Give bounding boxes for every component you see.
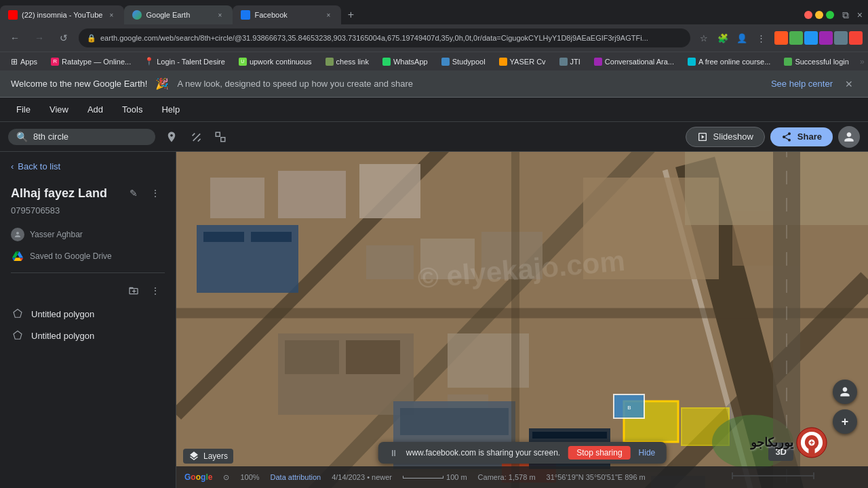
brand-logo-area: يوريكاجو (751, 427, 827, 458)
new-tab-button[interactable]: + (341, 5, 360, 24)
user-avatar[interactable] (838, 126, 860, 148)
layers-button[interactable]: Layers (183, 449, 233, 464)
ext-icon-1[interactable] (774, 31, 788, 45)
g-yellow: o (196, 472, 201, 482)
map-area[interactable]: B (176, 152, 868, 488)
hide-button[interactable]: Hide (639, 448, 656, 458)
ruler-button[interactable] (185, 126, 207, 148)
edit-project-button[interactable]: ✎ (124, 184, 143, 203)
bookmark-studypool[interactable]: Studypool (436, 56, 491, 67)
bookmark-star-icon[interactable]: ☆ (696, 30, 712, 46)
author-name: Yasser Aghbar (30, 230, 83, 239)
bookmark-jti[interactable]: JTI (554, 56, 586, 67)
chess-favicon (326, 58, 334, 66)
url-bar[interactable]: 🔒 earth.google.com/web/search/8th+circle… (79, 28, 690, 47)
bookmark-successful[interactable]: Successful login (778, 56, 854, 67)
profile-icon[interactable]: 👤 (734, 30, 750, 46)
search-box[interactable]: 🔍 (8, 129, 155, 145)
close-window-btn[interactable] (804, 11, 812, 19)
pin-icon (165, 131, 178, 143)
ext-icon-4[interactable] (819, 31, 833, 45)
project-more-button[interactable]: ⋮ (146, 184, 165, 203)
bookmark-yaser[interactable]: YASER Cv (494, 56, 551, 67)
restore-btn[interactable]: ⧉ (842, 9, 849, 21)
forward-button[interactable]: → (30, 28, 49, 47)
bookmark-studypool-label: Studypool (452, 58, 486, 66)
save-to-drive[interactable]: Saved to Google Drive (0, 245, 176, 267)
ext-icon-3[interactable] (804, 31, 818, 45)
welcome-description: A new look, designed to speed up how you… (177, 79, 413, 89)
ext-icon-5[interactable] (834, 31, 848, 45)
bookmark-free-course[interactable]: A free online course... (682, 56, 776, 67)
g-blue: G (184, 472, 191, 482)
tab-youtube[interactable]: (22) insomnia - YouTube × (0, 5, 124, 24)
more-options-btn[interactable]: × (857, 9, 863, 20)
menu-view[interactable]: View (41, 102, 77, 117)
scale-line (403, 476, 443, 479)
tab-facebook[interactable]: Facebook × (233, 5, 341, 24)
bookmark-chess[interactable]: chess link (320, 56, 374, 67)
section-more-button[interactable]: ⋮ (146, 281, 165, 300)
more-bookmarks-indicator: » (860, 57, 865, 66)
bookmark-yaser-label: YASER Cv (510, 58, 546, 66)
bookmark-talent[interactable]: 📍 Login - Talent Desire (139, 56, 231, 67)
shape-button[interactable] (210, 126, 231, 148)
menu-file[interactable]: File (8, 102, 39, 117)
drive-icon (11, 249, 24, 263)
tab-facebook-close[interactable]: × (323, 10, 333, 20)
map-controls: + (833, 380, 857, 434)
svg-rect-14 (203, 232, 244, 242)
share-icon (781, 131, 792, 142)
polygon-item-1[interactable]: Untitled polygon (0, 303, 176, 325)
svg-rect-20 (285, 340, 339, 374)
maximize-window-btn[interactable] (826, 11, 834, 19)
minimize-window-btn[interactable] (815, 11, 823, 19)
data-attribution-link[interactable]: Data attribution (271, 473, 321, 481)
extensions-icon[interactable]: 🧩 (715, 30, 731, 46)
polygon-item-2[interactable]: Untitled polygon (0, 325, 176, 346)
share-button[interactable]: Share (770, 127, 833, 146)
person-view-button[interactable] (833, 380, 857, 404)
stop-sharing-button[interactable]: Stop sharing (568, 446, 630, 460)
back-button[interactable]: ← (5, 28, 24, 47)
reload-button[interactable]: ↺ (54, 28, 73, 47)
add-folder-button[interactable] (124, 281, 143, 300)
svg-rect-25 (400, 408, 509, 435)
screen-share-icon: ⏸ (389, 448, 398, 458)
ext-icon-6[interactable] (849, 31, 863, 45)
address-bar-actions: ☆ 🧩 👤 ⋮ (696, 30, 769, 46)
tab-google-earth[interactable]: Google Earth × (124, 5, 233, 24)
map-date: 4/14/2023 • newer (332, 473, 392, 481)
menu-help[interactable]: Help (153, 102, 188, 117)
location-pin-button[interactable] (161, 126, 182, 148)
tab-facebook-title: Facebook (254, 11, 319, 19)
bookmark-jti-label: JTI (570, 58, 580, 66)
polygon-icon-2 (11, 329, 24, 342)
bookmark-upwork[interactable]: U upwork continuous (233, 56, 317, 67)
plus-icon: + (842, 415, 849, 429)
svg-marker-3 (14, 331, 22, 339)
upwork-favicon: U (239, 58, 247, 66)
back-to-list-link[interactable]: ‹ Back to list (0, 157, 176, 176)
tab-earth-close[interactable]: × (215, 10, 224, 20)
welcome-title: Welcome to the new Google Earth! (11, 79, 147, 89)
slideshow-button[interactable]: Slideshow (686, 127, 765, 147)
settings-icon[interactable]: ⋮ (753, 30, 769, 46)
bookmark-conversational[interactable]: Conversational Ara... (589, 56, 679, 67)
bookmark-whatsapp[interactable]: WhatsApp (377, 56, 433, 67)
search-input[interactable] (33, 131, 147, 142)
svg-rect-15 (251, 232, 292, 242)
polygon-name-1: Untitled polygon (31, 309, 165, 319)
menu-tools[interactable]: Tools (114, 102, 151, 117)
bookmark-ratatype[interactable]: R Ratatype — Online... (45, 56, 136, 67)
help-center-link[interactable]: See help center (771, 79, 833, 89)
scale-bar: 100 m (403, 473, 467, 481)
zoom-in-button[interactable]: + (833, 409, 857, 434)
bookmark-apps[interactable]: ⊞ Apps (5, 56, 43, 68)
menu-add[interactable]: Add (79, 102, 111, 117)
tab-youtube-close[interactable]: × (106, 10, 116, 20)
ext-icon-2[interactable] (789, 31, 803, 45)
welcome-close-button[interactable]: ✕ (841, 76, 857, 92)
polygon-icon-1 (11, 307, 24, 321)
polygon-name-2: Untitled polygon (31, 331, 165, 341)
